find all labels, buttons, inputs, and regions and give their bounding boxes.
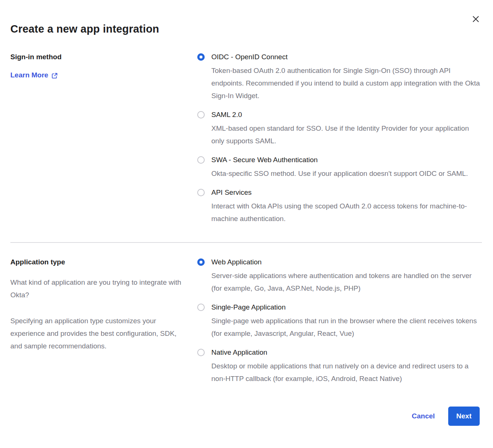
radio-icon-saml[interactable]: [197, 111, 205, 118]
learn-more-link[interactable]: Learn More: [10, 71, 58, 79]
application-type-note: Specifying an application type customize…: [10, 315, 186, 352]
option-description-web-application: Server-side applications where authentic…: [211, 270, 482, 295]
radio-icon-native-application[interactable]: [197, 349, 205, 356]
external-link-icon: [51, 72, 58, 79]
radio-icon-single-page-application[interactable]: [197, 304, 205, 311]
option-label-api-services: API Services: [211, 188, 482, 197]
radio-option-single-page-application[interactable]: Single-Page Application Single-page web …: [197, 303, 482, 340]
application-type-heading: Application type: [10, 258, 186, 267]
radio-option-native-application[interactable]: Native Application Desktop or mobile app…: [197, 348, 482, 385]
radio-icon-api-services[interactable]: [197, 189, 205, 196]
close-button[interactable]: [472, 15, 480, 23]
option-label-single-page-application: Single-Page Application: [211, 303, 482, 312]
section-divider: [10, 242, 482, 243]
signin-method-heading: Sign-in method: [10, 53, 186, 61]
application-type-section: Application type What kind of applicatio…: [10, 258, 482, 385]
option-label-swa: SWA - Secure Web Authentication: [211, 156, 468, 164]
option-description-single-page-application: Single-page web applications that run in…: [211, 315, 482, 340]
application-type-question: What kind of application are you trying …: [10, 276, 186, 301]
signin-method-section: Sign-in method Learn More OIDC - OpenID …: [10, 53, 482, 225]
next-button[interactable]: Next: [448, 407, 480, 426]
page-title: Create a new app integration: [10, 21, 482, 36]
cancel-button[interactable]: Cancel: [412, 412, 435, 420]
option-description-native-application: Desktop or mobile applications that run …: [211, 360, 482, 385]
dialog-footer: Cancel Next: [10, 407, 482, 426]
radio-icon-web-application[interactable]: [197, 258, 205, 266]
radio-option-oidc[interactable]: OIDC - OpenID Connect Token-based OAuth …: [197, 53, 482, 102]
option-label-saml: SAML 2.0: [211, 110, 482, 119]
option-label-oidc: OIDC - OpenID Connect: [211, 53, 482, 61]
option-label-web-application: Web Application: [211, 258, 482, 267]
radio-icon-oidc[interactable]: [197, 53, 205, 61]
option-description-swa: Okta-specific SSO method. Use if your ap…: [211, 167, 468, 180]
option-description-saml: XML-based open standard for SSO. Use if …: [211, 122, 482, 147]
radio-option-api-services[interactable]: API Services Interact with Okta APIs usi…: [197, 188, 482, 225]
option-description-oidc: Token-based OAuth 2.0 authentication for…: [211, 64, 482, 102]
radio-icon-swa[interactable]: [197, 156, 205, 164]
radio-option-swa[interactable]: SWA - Secure Web Authentication Okta-spe…: [197, 156, 482, 180]
close-icon: [472, 16, 479, 23]
radio-option-web-application[interactable]: Web Application Server-side applications…: [197, 258, 482, 295]
option-label-native-application: Native Application: [211, 348, 482, 357]
create-app-integration-dialog: Create a new app integration Sign-in met…: [0, 0, 493, 426]
learn-more-label: Learn More: [10, 71, 48, 79]
option-description-api-services: Interact with Okta APIs using the scoped…: [211, 200, 482, 225]
radio-option-saml[interactable]: SAML 2.0 XML-based open standard for SSO…: [197, 110, 482, 147]
